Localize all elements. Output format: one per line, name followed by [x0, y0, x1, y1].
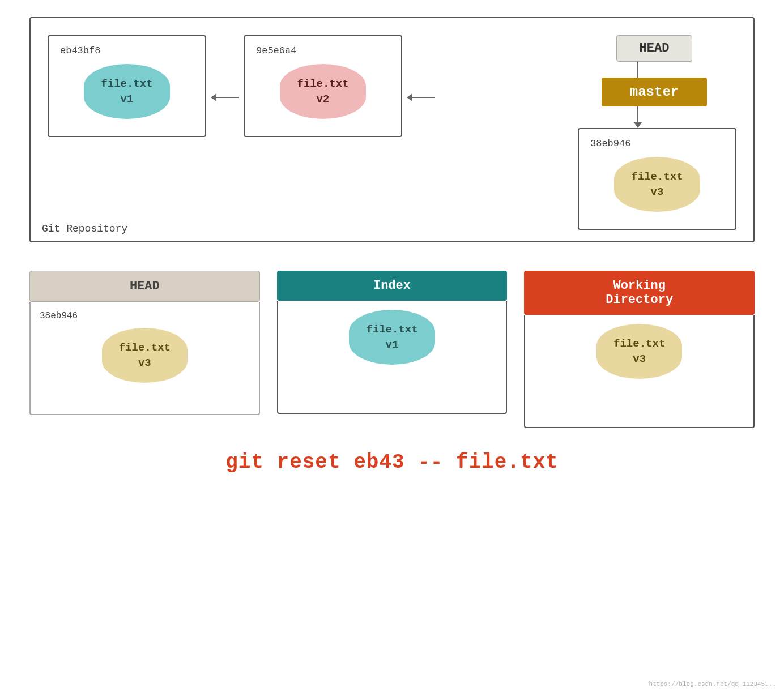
commit-38eb946: 38eb946 file.txtv3 [578, 128, 736, 230]
area-wd-body: file.txtv3 [524, 315, 755, 428]
commit-9e5e6a4: 9e5e6a4 file.txtv2 [244, 35, 402, 137]
hash-eb43bf8: eb43bf8 [60, 45, 100, 56]
area-index: Index file.txtv1 [277, 271, 508, 428]
head-label-repo: HEAD [616, 35, 693, 62]
arrowhead-left-1 [211, 93, 216, 101]
hash-38eb946: 38eb946 [590, 138, 630, 149]
arrow-master-commit [634, 106, 642, 128]
three-area-boxes: HEAD 38eb946 file.txtv3 Index file.txtv1… [29, 271, 755, 428]
area-head-body: 38eb946 file.txtv3 [29, 302, 260, 415]
git-command: git reset eb43 -- file.txt [225, 451, 559, 474]
area-index-header: Index [277, 271, 508, 301]
arrowhead-left-2 [407, 93, 412, 101]
area-head: HEAD 38eb946 file.txtv3 [29, 271, 260, 428]
area-index-blob: file.txtv1 [349, 310, 434, 365]
hash-9e5e6a4: 9e5e6a4 [256, 45, 296, 56]
arrowhead-down [634, 122, 642, 128]
area-index-body: file.txtv1 [277, 301, 508, 414]
arrow-line-1 [216, 97, 239, 98]
blob-9e5e6a4: file.txtv2 [280, 64, 365, 119]
repo-right-col: HEAD master 38eb946 file.txtv3 [578, 35, 736, 230]
connector-head-master [637, 62, 638, 78]
area-wd-blob: file.txtv3 [596, 324, 682, 379]
area-head-hash: 38eb946 [40, 311, 78, 321]
arrow-9e5-38e [407, 93, 435, 101]
git-repo-box: eb43bf8 file.txtv1 9e5e6a4 file.txtv2 HE… [29, 17, 755, 242]
arrow-line-2 [412, 97, 435, 98]
arrow-eb43-9e5 [211, 93, 239, 101]
bottom-section: HEAD 38eb946 file.txtv3 Index file.txtv1… [29, 271, 755, 474]
area-head-header: HEAD [29, 271, 260, 302]
watermark: https://blog.csdn.net/qq_112345... [649, 681, 776, 687]
repo-label: Git Repository [42, 223, 127, 234]
arrow-line-down [637, 106, 638, 122]
area-head-blob: file.txtv3 [102, 328, 188, 383]
area-wd-header: WorkingDirectory [524, 271, 755, 315]
commit-eb43bf8: eb43bf8 file.txtv1 [48, 35, 206, 137]
blob-38eb946: file.txtv3 [614, 157, 700, 212]
commits-row: eb43bf8 file.txtv1 9e5e6a4 file.txtv2 [48, 35, 440, 137]
master-label: master [602, 78, 707, 106]
area-wd: WorkingDirectory file.txtv3 [524, 271, 755, 428]
blob-eb43bf8: file.txtv1 [84, 64, 169, 119]
